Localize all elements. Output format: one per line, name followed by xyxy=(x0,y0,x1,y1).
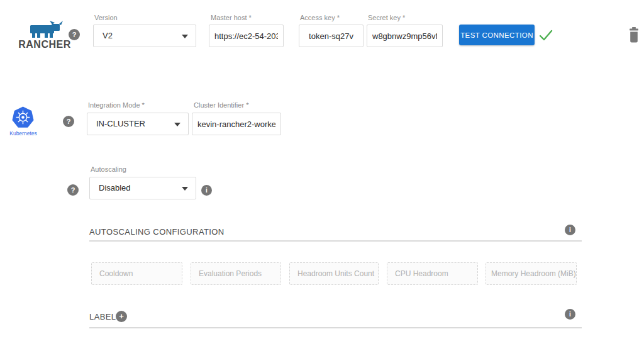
chevron-down-icon xyxy=(174,123,180,126)
rancher-logo: RANCHER xyxy=(13,21,77,50)
autoscaling-help-icon[interactable]: ? xyxy=(67,184,79,196)
rancher-help-icon[interactable]: ? xyxy=(69,29,80,40)
cpu-headroom-input-disabled: CPU Headroom xyxy=(387,262,478,285)
kubernetes-logo: Kubernetes xyxy=(4,106,43,137)
cluster-identifier-label: Cluster Identifier * xyxy=(194,101,248,109)
autoscaling-label: Autoscaling xyxy=(91,165,126,173)
connection-success-check-icon xyxy=(539,30,553,44)
delete-trash-icon[interactable] xyxy=(628,27,640,46)
integration-mode-value: IN-CLUSTER xyxy=(96,119,145,128)
rancher-bull-icon xyxy=(13,21,77,38)
access-key-label: Access key * xyxy=(300,14,340,21)
kubernetes-helm-icon xyxy=(4,106,43,129)
autoscaling-configuration-info-icon[interactable]: i xyxy=(565,225,575,235)
labels-info-icon[interactable]: i xyxy=(565,309,575,320)
autoscaling-configuration-divider xyxy=(89,240,582,242)
kubernetes-logo-text: Kubernetes xyxy=(4,130,43,137)
version-select[interactable]: V2 xyxy=(93,25,196,47)
access-key-input[interactable] xyxy=(299,25,364,47)
integration-mode-label: Integration Mode * xyxy=(88,101,145,109)
chevron-down-icon xyxy=(182,35,188,38)
add-label-button[interactable]: + xyxy=(116,311,127,322)
master-host-input[interactable] xyxy=(209,25,284,47)
secret-key-input[interactable] xyxy=(367,25,443,47)
version-label: Version xyxy=(94,14,118,21)
labels-divider xyxy=(89,327,582,328)
rancher-logo-text: RANCHER xyxy=(13,39,77,50)
headroom-units-count-input-disabled: Headroom Units Count xyxy=(289,262,379,285)
autoscaling-info-icon[interactable]: i xyxy=(201,185,212,196)
autoscaling-configuration-header: AUTOSCALING CONFIGURATION xyxy=(89,227,225,237)
cooldown-input-disabled: Cooldown xyxy=(91,262,182,285)
evaluation-periods-input-disabled: Evaluation Periods xyxy=(191,262,281,285)
master-host-label: Master host * xyxy=(211,14,252,21)
test-connection-button[interactable]: TEST CONNECTION xyxy=(459,25,535,45)
memory-headroom-input-disabled: Memory Headroom (MiB) xyxy=(486,262,577,285)
kubernetes-help-icon[interactable]: ? xyxy=(63,116,74,127)
chevron-down-icon xyxy=(182,187,188,191)
cluster-identifier-input[interactable] xyxy=(192,113,281,135)
secret-key-label: Secret key * xyxy=(368,14,405,21)
integration-mode-select[interactable]: IN-CLUSTER xyxy=(87,113,189,135)
version-value: V2 xyxy=(103,31,113,40)
autoscaling-value: Disabled xyxy=(99,183,131,193)
autoscaling-select[interactable]: Disabled xyxy=(89,177,196,199)
